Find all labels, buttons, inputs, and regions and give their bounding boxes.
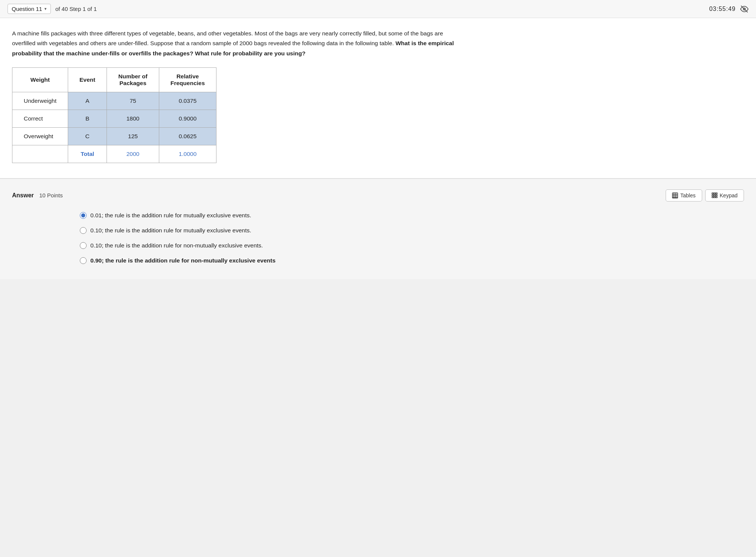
keypad-icon — [712, 192, 718, 198]
svg-rect-14 — [712, 197, 713, 198]
top-bar-left: Question 11 ▾ of 40 Step 1 of 1 — [8, 4, 97, 14]
step-label: of 40 Step 1 of 1 — [55, 6, 97, 12]
svg-rect-8 — [712, 193, 713, 194]
table-header-row: Weight Event Number ofPackages RelativeF… — [12, 68, 216, 92]
event-b: B — [68, 110, 107, 128]
col-header-freq: RelativeFrequencies — [159, 68, 216, 92]
event-c: C — [68, 128, 107, 145]
options-list: 0.01; the rule is the addition rule for … — [12, 212, 744, 264]
option-1-label[interactable]: 0.01; the rule is the addition rule for … — [90, 212, 251, 219]
problem-text: A machine fills packages with three diff… — [12, 29, 464, 58]
tables-button[interactable]: Tables — [666, 189, 702, 201]
svg-rect-10 — [716, 193, 717, 194]
answer-area: Answer 10 Points Tables — [0, 179, 756, 279]
answer-label-group: Answer 10 Points — [12, 192, 63, 199]
freq-0625: 0.0625 — [159, 128, 216, 145]
content-area: A machine fills packages with three diff… — [0, 18, 756, 179]
col-header-packages: Number ofPackages — [107, 68, 159, 92]
svg-rect-13 — [716, 195, 717, 196]
option-3: 0.10; the rule is the addition rule for … — [80, 242, 744, 249]
svg-rect-9 — [714, 193, 715, 194]
freq-9000: 0.9000 — [159, 110, 216, 128]
svg-rect-11 — [712, 195, 713, 196]
answer-buttons: Tables Keypad — [666, 189, 744, 201]
svg-rect-15 — [714, 197, 715, 198]
option-4-label[interactable]: 0.90; the rule is the addition rule for … — [90, 257, 276, 264]
col-header-event: Event — [68, 68, 107, 92]
packages-1800: 1800 — [107, 110, 159, 128]
col-header-weight: Weight — [12, 68, 68, 92]
eye-icon[interactable] — [740, 5, 748, 13]
total-label: Total — [68, 145, 107, 163]
total-empty — [12, 145, 68, 163]
option-1-radio[interactable] — [80, 212, 87, 219]
problem-text-normal: A machine fills packages with three diff… — [12, 30, 443, 46]
table-row: Underweight A 75 0.0375 — [12, 92, 216, 110]
weight-overweight: Overweight — [12, 128, 68, 145]
option-1: 0.01; the rule is the addition rule for … — [80, 212, 744, 219]
keypad-button-label: Keypad — [720, 192, 738, 198]
svg-rect-12 — [714, 195, 715, 196]
option-3-radio[interactable] — [80, 242, 87, 249]
event-a: A — [68, 92, 107, 110]
timer-display: 03:55:49 — [709, 6, 736, 12]
packages-125: 125 — [107, 128, 159, 145]
option-4-radio[interactable] — [80, 257, 87, 264]
option-2: 0.10; the rule is the addition rule for … — [80, 227, 744, 234]
answer-label: Answer — [12, 192, 34, 198]
dropdown-arrow: ▾ — [44, 6, 47, 11]
tables-button-label: Tables — [680, 192, 695, 198]
packages-75: 75 — [107, 92, 159, 110]
table-row: Overweight C 125 0.0625 — [12, 128, 216, 145]
total-packages: 2000 — [107, 145, 159, 163]
option-3-label[interactable]: 0.10; the rule is the addition rule for … — [90, 242, 263, 249]
svg-rect-16 — [716, 197, 717, 198]
question-label: Question 11 — [12, 6, 42, 12]
question-dropdown[interactable]: Question 11 ▾ — [8, 4, 51, 14]
freq-0375: 0.0375 — [159, 92, 216, 110]
weight-correct: Correct — [12, 110, 68, 128]
top-bar-right: 03:55:49 — [709, 5, 748, 13]
tables-icon — [672, 192, 678, 198]
answer-points: 10 Points — [39, 192, 63, 198]
option-4: 0.90; the rule is the addition rule for … — [80, 257, 744, 264]
keypad-button[interactable]: Keypad — [705, 189, 744, 201]
table-row: Correct B 1800 0.9000 — [12, 110, 216, 128]
total-freq: 1.0000 — [159, 145, 216, 163]
table-row-total: Total 2000 1.0000 — [12, 145, 216, 163]
data-table: Weight Event Number ofPackages RelativeF… — [12, 67, 216, 163]
weight-underweight: Underweight — [12, 92, 68, 110]
option-2-label[interactable]: 0.10; the rule is the addition rule for … — [90, 227, 251, 234]
option-2-radio[interactable] — [80, 227, 87, 234]
top-bar: Question 11 ▾ of 40 Step 1 of 1 03:55:49 — [0, 0, 756, 18]
answer-header: Answer 10 Points Tables — [12, 189, 744, 201]
